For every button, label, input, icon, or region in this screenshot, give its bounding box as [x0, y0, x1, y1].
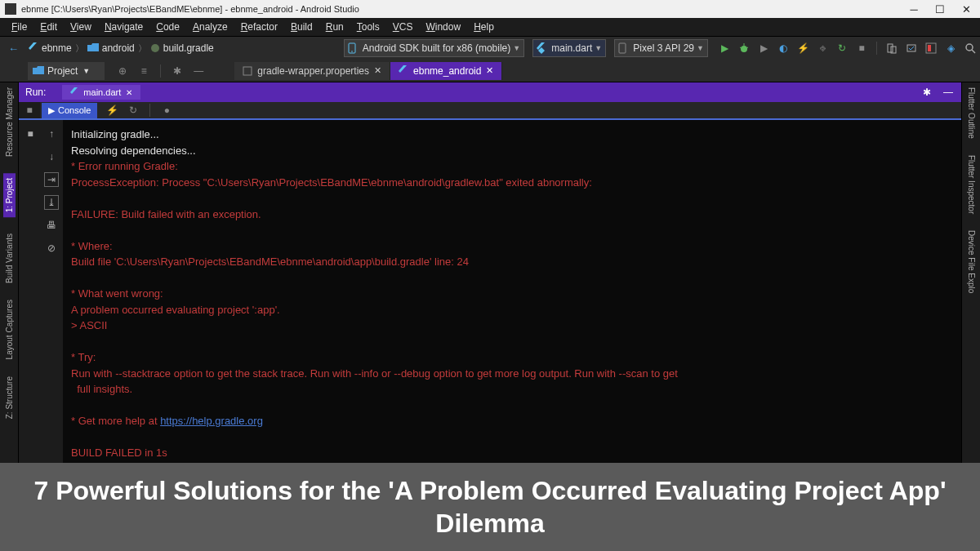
phone-icon — [618, 42, 628, 54]
breadcrumb-ebnme[interactable]: ebnme — [25, 42, 75, 54]
menu-refactor[interactable]: Refactor — [234, 19, 284, 35]
hot-restart-icon[interactable]: ↻ — [127, 104, 140, 117]
run-config-select[interactable]: main.dart ▼ — [532, 39, 606, 57]
tool-window-flutter-inspector[interactable]: Flutter Inspector — [967, 155, 976, 214]
hot-reload-button[interactable]: ⚡ — [796, 42, 809, 55]
tool-window-flutter-outline[interactable]: Flutter Outline — [967, 87, 976, 139]
tool-window-1-project[interactable]: 1: Project — [3, 173, 16, 217]
run-panel-header: Run: main.dart ✕ ✱ — — [19, 82, 961, 102]
clear-icon[interactable]: ⊘ — [44, 241, 59, 256]
soft-wrap-icon[interactable]: ⇥ — [44, 172, 59, 187]
menu-vcs[interactable]: VCS — [386, 19, 420, 35]
console-line — [71, 270, 953, 287]
scroll-end-icon[interactable]: ⤓ — [44, 195, 59, 210]
console-output[interactable]: Initializing gradle...Resolving dependen… — [63, 120, 961, 463]
hide-button[interactable]: — — [192, 64, 205, 78]
menu-window[interactable]: Window — [419, 19, 467, 35]
menu-code[interactable]: Code — [149, 19, 186, 35]
menu-run[interactable]: Run — [319, 19, 350, 35]
devtools-icon[interactable]: ● — [160, 104, 173, 117]
tool-row: Project ▼ ⊕ ≡ ✱ — gradle-wrapper.propert… — [0, 60, 980, 82]
close-icon[interactable]: ✕ — [126, 88, 132, 97]
help-link[interactable]: https://help.gradle.org — [160, 415, 263, 427]
console-line: Initializing gradle... — [71, 127, 953, 143]
run-panel-title: Run: — [25, 87, 46, 98]
tool-window-device-file-explo[interactable]: Device File Explo — [967, 230, 976, 293]
editor-tab[interactable]: ebnme_android✕ — [390, 62, 502, 80]
select-opened-file-button[interactable]: ⊕ — [116, 64, 129, 78]
editor-tab-label: ebnme_android — [413, 65, 481, 77]
coverage-button[interactable]: ◐ — [777, 42, 790, 55]
editor-tab-label: gradle-wrapper.properties — [257, 65, 369, 77]
menu-view[interactable]: View — [64, 19, 98, 35]
run-tab-label: main.dart — [83, 87, 121, 97]
minimize-button[interactable]: ─ — [908, 3, 920, 16]
project-view-label: Project — [47, 65, 78, 77]
restart-button[interactable]: ↻ — [835, 42, 849, 55]
search-button[interactable] — [964, 42, 977, 55]
close-button[interactable]: ✕ — [960, 3, 972, 16]
stop-icon[interactable]: ■ — [23, 127, 38, 141]
menu-navigate[interactable]: Navigate — [98, 19, 149, 35]
run-tab-main[interactable]: main.dart ✕ — [62, 85, 140, 100]
settings-button[interactable]: ✱ — [171, 64, 184, 78]
console-tab[interactable]: ▶ Console — [42, 103, 97, 118]
breadcrumb-label: ebnme — [42, 42, 72, 54]
svg-rect-10 — [907, 45, 915, 51]
close-icon[interactable]: ✕ — [374, 65, 381, 76]
maximize-button[interactable]: ☐ — [934, 3, 946, 16]
console-line — [71, 222, 953, 238]
hot-reload-icon[interactable]: ⚡ — [105, 104, 118, 117]
menu-analyze[interactable]: Analyze — [186, 19, 234, 35]
svg-line-14 — [972, 50, 975, 53]
rerun-button[interactable]: ■ — [23, 104, 36, 117]
close-icon[interactable]: ✕ — [486, 65, 493, 76]
run-settings-button[interactable]: ✱ — [920, 86, 933, 99]
caret-down-icon: ▼ — [595, 44, 602, 52]
menu-build[interactable]: Build — [284, 19, 319, 35]
menu-edit[interactable]: Edit — [33, 19, 64, 35]
file-icon — [243, 66, 252, 76]
collapse-all-button[interactable]: ≡ — [137, 64, 150, 78]
device-target-label: Android SDK built for x86 (mobile) — [363, 42, 510, 54]
stop-button[interactable]: ■ — [855, 42, 868, 55]
console-tab-label: Console — [58, 105, 91, 115]
attach-button[interactable]: ⎆ — [816, 42, 829, 55]
run-panel: Run: main.dart ✕ ✱ — ■ ▶ Console ⚡ ↻ ● — [19, 82, 961, 463]
run-minimize-button[interactable]: — — [942, 86, 955, 99]
breadcrumb-build.gradle[interactable]: build.gradle — [147, 42, 217, 54]
tool-window-resource-manager[interactable]: Resource Manager — [5, 87, 14, 157]
project-view-select[interactable]: Project ▼ — [28, 62, 105, 80]
breadcrumb-label: android — [102, 42, 135, 54]
right-tool-gutter: Flutter OutlineFlutter InspectorDevice F… — [961, 82, 980, 463]
menu-tools[interactable]: Tools — [350, 19, 386, 35]
menu-help[interactable]: Help — [467, 19, 501, 35]
editor-tab[interactable]: gradle-wrapper.properties✕ — [234, 62, 390, 80]
down-icon[interactable]: ↓ — [44, 149, 59, 164]
breadcrumb-label: build.gradle — [163, 42, 214, 54]
avd-manager-button[interactable] — [885, 42, 898, 55]
tool-window-z-structure[interactable]: Z: Structure — [5, 376, 14, 419]
debug-button[interactable] — [737, 42, 751, 55]
layout-inspector-button[interactable] — [924, 42, 938, 55]
chevron-right-icon: 〉 — [75, 42, 84, 55]
print-icon[interactable]: 🖶 — [44, 218, 59, 233]
menu-bar: FileEditViewNavigateCodeAnalyzeRefactorB… — [0, 18, 980, 37]
flutter-icon — [70, 87, 78, 97]
profile-button[interactable]: ▶ — [757, 42, 770, 55]
device-target-select[interactable]: Android SDK built for x86 (mobile) ▼ — [344, 39, 524, 57]
flutter-inspector-button[interactable]: ◈ — [944, 42, 957, 55]
run-button[interactable]: ▶ — [718, 42, 731, 55]
svg-point-13 — [966, 44, 973, 51]
up-icon[interactable]: ↑ — [44, 127, 59, 141]
gradle-icon — [150, 43, 160, 53]
sdk-manager-button[interactable] — [905, 42, 918, 55]
breadcrumb-android[interactable]: android — [84, 42, 138, 54]
tool-window-layout-captures[interactable]: Layout Captures — [5, 300, 14, 359]
tool-window-build-variants[interactable]: Build Variants — [5, 233, 14, 283]
emulator-select[interactable]: Pixel 3 API 29 ▼ — [614, 39, 708, 57]
console-line: FAILURE: Build failed with an exception. — [71, 207, 953, 223]
svg-rect-12 — [928, 45, 931, 51]
menu-file[interactable]: File — [5, 19, 33, 35]
nav-back-button[interactable]: ← — [3, 42, 24, 55]
